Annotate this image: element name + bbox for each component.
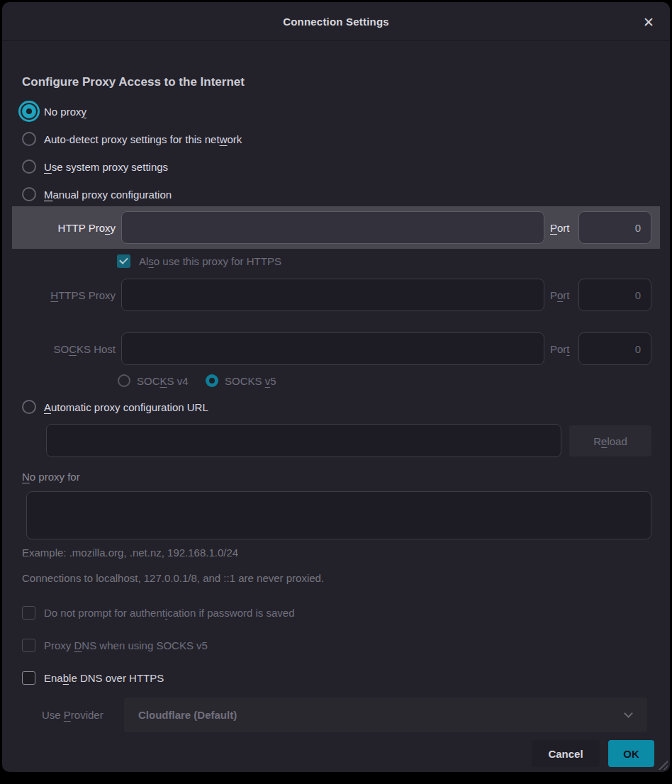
radio-auto-url[interactable] bbox=[22, 400, 36, 414]
checkbox-label-also-https: Also use this proxy for HTTPS bbox=[139, 255, 281, 267]
socks-host-label: SOCKS Host bbox=[22, 343, 116, 355]
cancel-button[interactable]: Cancel bbox=[532, 740, 600, 767]
checkbox-proxy-dns-socks5[interactable] bbox=[22, 639, 35, 652]
radio-manual-config[interactable] bbox=[22, 187, 36, 201]
connection-settings-dialog: Connection Settings ✕ Configure Proxy Ac… bbox=[2, 2, 670, 772]
localhost-note-text: Connections to localhost, 127.0.0.1/8, a… bbox=[22, 572, 324, 584]
doh-provider-select[interactable]: Cloudflare (Default) bbox=[124, 698, 647, 732]
https-port-input[interactable] bbox=[578, 279, 651, 311]
ok-button[interactable]: OK bbox=[608, 740, 654, 767]
radio-label-no-proxy: No proxy bbox=[44, 106, 86, 118]
radio-socks-v5[interactable] bbox=[206, 374, 218, 387]
checkbox-row-no-prompt-auth[interactable]: Do not prompt for authentication if pass… bbox=[22, 606, 295, 620]
no-proxy-for-textarea[interactable] bbox=[26, 491, 651, 539]
http-proxy-input[interactable] bbox=[121, 211, 544, 244]
dialog-title: Connection Settings bbox=[283, 16, 389, 28]
checkbox-row-enable-doh[interactable]: Enable DNS over HTTPS bbox=[22, 671, 164, 685]
checkbox-no-prompt-auth[interactable] bbox=[22, 606, 35, 620]
http-proxy-label: HTTP Proxy bbox=[22, 222, 116, 234]
auto-config-url-input[interactable] bbox=[46, 424, 561, 457]
http-port-label: Port bbox=[550, 222, 570, 234]
no-proxy-for-label: No proxy for bbox=[22, 471, 80, 483]
radio-label-system-proxy: Use system proxy settings bbox=[44, 161, 168, 173]
resize-grip[interactable] bbox=[657, 759, 668, 770]
radio-row-no-proxy[interactable]: No proxy bbox=[22, 104, 86, 118]
radio-label-socks-v5: SOCKS v5 bbox=[225, 375, 276, 387]
radio-no-proxy[interactable] bbox=[22, 104, 36, 118]
radio-label-socks-v4: SOCKS v4 bbox=[137, 375, 189, 387]
checkbox-row-proxy-dns-socks5[interactable]: Proxy DNS when using SOCKS v5 bbox=[22, 639, 208, 652]
checkbox-label-enable-doh: Enable DNS over HTTPS bbox=[44, 672, 164, 684]
checkbox-row-also-https[interactable]: Also use this proxy for HTTPS bbox=[117, 254, 281, 268]
radio-label-auto-url: Automatic proxy configuration URL bbox=[44, 401, 208, 413]
checkbox-label-proxy-dns-socks5: Proxy DNS when using SOCKS v5 bbox=[44, 639, 208, 651]
dialog-titlebar: Connection Settings ✕ bbox=[2, 2, 670, 41]
no-proxy-example-text: Example: .mozilla.org, .net.nz, 192.168.… bbox=[22, 547, 238, 559]
chevron-down-icon bbox=[624, 709, 633, 718]
socks-port-label: Port bbox=[550, 343, 570, 355]
reload-button[interactable]: Reload bbox=[569, 425, 651, 457]
radio-row-system-proxy[interactable]: Use system proxy settings bbox=[22, 159, 168, 174]
radio-row-socks-v5[interactable]: SOCKS v5 bbox=[206, 374, 276, 387]
checkbox-also-https[interactable] bbox=[117, 254, 130, 268]
checkbox-label-no-prompt-auth: Do not prompt for authentication if pass… bbox=[44, 607, 295, 619]
checkbox-enable-doh[interactable] bbox=[22, 671, 35, 685]
radio-auto-detect[interactable] bbox=[22, 132, 36, 146]
close-icon[interactable]: ✕ bbox=[637, 11, 660, 33]
https-proxy-input[interactable] bbox=[121, 279, 544, 311]
radio-row-auto-url[interactable]: Automatic proxy configuration URL bbox=[22, 400, 208, 414]
radio-label-auto-detect: Auto-detect proxy settings for this netw… bbox=[44, 133, 242, 145]
http-port-input[interactable] bbox=[578, 211, 651, 244]
radio-row-auto-detect[interactable]: Auto-detect proxy settings for this netw… bbox=[22, 132, 242, 146]
radio-system-proxy[interactable] bbox=[22, 159, 36, 174]
https-proxy-label: HTTPS Proxy bbox=[22, 289, 116, 301]
https-port-label: Port bbox=[550, 289, 570, 301]
socks-port-input[interactable] bbox=[578, 332, 651, 365]
radio-row-socks-v4[interactable]: SOCKS v4 bbox=[118, 374, 189, 387]
radio-label-manual-config: Manual proxy configuration bbox=[44, 189, 172, 201]
radio-socks-v4[interactable] bbox=[118, 374, 130, 387]
use-provider-label: Use Provider bbox=[42, 709, 103, 721]
socks-host-input[interactable] bbox=[121, 332, 544, 365]
page-heading: Configure Proxy Access to the Internet bbox=[22, 75, 245, 89]
doh-provider-value: Cloudflare (Default) bbox=[138, 709, 237, 721]
radio-row-manual-config[interactable]: Manual proxy configuration bbox=[22, 187, 172, 201]
